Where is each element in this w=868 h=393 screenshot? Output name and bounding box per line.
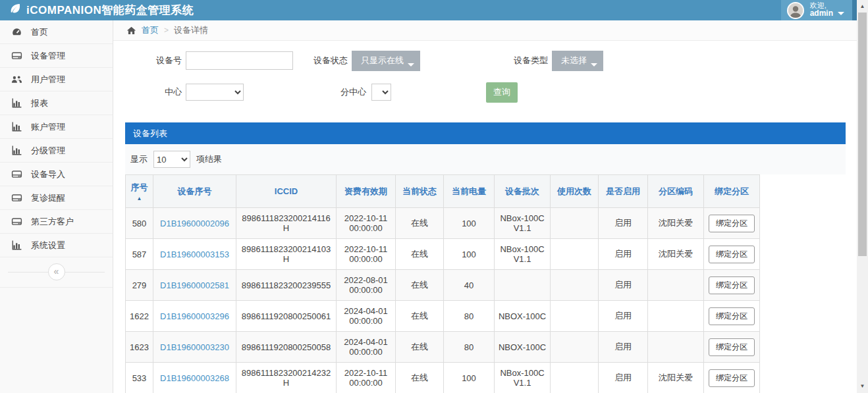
breadcrumb-home-link[interactable]: 首页 <box>142 24 159 36</box>
cell-batch: NBOX-100C <box>495 332 551 363</box>
sidebar-item-user-management[interactable]: 用户管理 <box>0 68 113 92</box>
cell-batch: NBox-100C V1.1 <box>495 363 551 393</box>
vertical-scrollbar[interactable]: ▲ ▼ <box>857 0 868 393</box>
cell-seq: 580 <box>126 208 153 239</box>
bar-chart-icon <box>11 240 22 251</box>
cell-seq: 1623 <box>126 332 153 363</box>
app-title: iCOMPANION智能药盒管理系统 <box>26 3 194 18</box>
cell-battery: 100 <box>444 208 495 239</box>
cell-iccid: 8986111823200214116H <box>236 208 337 239</box>
cell-partition <box>648 332 704 363</box>
cell-batch: NBOX-100C <box>495 301 551 332</box>
cell-valid: 2022-10-11 00:00:00 <box>337 239 396 270</box>
table-row: 1622 D1B19600003296 8986111920800250061 … <box>126 301 760 332</box>
cell-enabled: 启用 <box>599 239 648 270</box>
column-partition[interactable]: 分区编码 <box>648 175 704 208</box>
sidebar-item-device-import[interactable]: 设备导入 <box>0 163 113 186</box>
hdd-icon <box>11 217 22 227</box>
cell-batch <box>495 270 551 301</box>
cell-usage <box>551 363 599 393</box>
subcenter-label: 分中心 <box>340 86 366 98</box>
cell-partition: 沈阳关爱 <box>648 239 704 270</box>
center-select[interactable] <box>186 84 244 101</box>
cell-status: 在线 <box>396 270 444 301</box>
sidebar-item-home[interactable]: 首页 <box>0 20 113 44</box>
cell-seq: 587 <box>126 239 153 270</box>
sidebar-item-third-party-customer[interactable]: 第三方客户 <box>0 210 113 234</box>
bind-partition-button[interactable]: 绑定分区 <box>709 246 755 263</box>
sidebar-item-device-management[interactable]: 设备管理 <box>0 44 113 68</box>
column-iccid[interactable]: ICCID <box>236 175 337 208</box>
device-serial-link[interactable]: D1B19600003230 <box>160 342 229 352</box>
bind-partition-button[interactable]: 绑定分区 <box>709 276 755 294</box>
cell-valid: 2022-08-01 00:00:00 <box>337 270 396 301</box>
device-type-dropdown[interactable]: 未选择 <box>552 51 603 71</box>
cell-battery: 80 <box>444 332 495 363</box>
bind-partition-button[interactable]: 绑定分区 <box>709 369 755 387</box>
device-no-input[interactable] <box>186 51 293 70</box>
column-bind[interactable]: 绑定分区 <box>704 175 760 208</box>
device-list-panel: 设备列表 显示 10 项结果 序号▲ 设备序号 ICC <box>125 122 846 393</box>
column-valid[interactable]: 资费有效期 <box>337 175 396 208</box>
dashboard-icon <box>11 27 22 38</box>
device-serial-link[interactable]: D1B19600003268 <box>160 373 229 383</box>
scroll-up-icon[interactable]: ▲ <box>857 4 868 9</box>
sidebar-item-level-management[interactable]: 分级管理 <box>0 139 113 163</box>
cell-status: 在线 <box>396 363 444 393</box>
bar-chart-icon <box>11 122 22 132</box>
sort-asc-icon[interactable]: ▲ <box>127 196 151 201</box>
cell-valid: 2024-04-01 00:00:00 <box>337 332 396 363</box>
sidebar-item-reports[interactable]: 报表 <box>0 92 113 115</box>
show-label: 显示 <box>130 153 148 165</box>
search-button[interactable]: 查询 <box>486 82 518 103</box>
sidebar-item-followup-reminder[interactable]: 复诊提醒 <box>0 186 113 210</box>
cell-enabled: 启用 <box>599 363 648 393</box>
sidebar-item-system-settings[interactable]: 系统设置 <box>0 234 113 257</box>
column-batch[interactable]: 设备批次 <box>495 175 551 208</box>
sidebar-item-label: 复诊提醒 <box>31 192 65 204</box>
breadcrumb-separator: > <box>164 26 169 35</box>
column-battery[interactable]: 当前电量 <box>444 175 495 208</box>
cell-valid: 2022-10-11 00:00:00 <box>337 208 396 239</box>
sidebar-item-label: 用户管理 <box>31 74 65 86</box>
page-size-select[interactable]: 10 <box>153 151 190 168</box>
sidebar-item-label: 报表 <box>31 97 48 109</box>
sidebar-item-label: 设备管理 <box>31 50 65 62</box>
cell-batch: NBox-100C V1.1 <box>495 208 551 239</box>
device-serial-link[interactable]: D1B19600003296 <box>160 311 229 321</box>
sidebar: 首页 设备管理 用户管理 报表 账户管理 分级管理 设备导入 复诊提醒 <box>0 20 113 393</box>
cell-partition: 沈阳关爱 <box>648 363 704 393</box>
device-serial-link[interactable]: D1B19600002581 <box>160 280 229 290</box>
device-serial-link[interactable]: D1B19600003153 <box>160 249 229 259</box>
scrollbar-thumb[interactable] <box>858 13 867 256</box>
leaf-icon <box>9 3 21 18</box>
column-serial[interactable]: 设备序号 <box>153 175 236 208</box>
filter-form: 设备号 设备状态 只显示在线 设备类型 未选择 中心 分中心 查询 <box>113 41 857 103</box>
column-enabled[interactable]: 是否启用 <box>599 175 648 208</box>
column-seq[interactable]: 序号▲ <box>126 175 153 208</box>
sidebar-item-account-management[interactable]: 账户管理 <box>0 115 113 139</box>
cell-usage <box>551 208 599 239</box>
bind-partition-button[interactable]: 绑定分区 <box>709 307 755 325</box>
column-status[interactable]: 当前状态 <box>396 175 444 208</box>
sidebar-item-label: 系统设置 <box>31 240 65 251</box>
hdd-icon <box>11 193 22 203</box>
cell-battery: 100 <box>444 239 495 270</box>
results-label: 项结果 <box>196 153 222 165</box>
bind-partition-button[interactable]: 绑定分区 <box>709 215 755 232</box>
bind-partition-button[interactable]: 绑定分区 <box>709 338 755 356</box>
user-menu[interactable]: 欢迎, admin <box>781 0 852 20</box>
cell-seq: 1622 <box>126 301 153 332</box>
column-usage[interactable]: 使用次数 <box>551 175 599 208</box>
scroll-down-icon[interactable]: ▼ <box>857 384 868 389</box>
cell-battery: 40 <box>444 270 495 301</box>
device-serial-link[interactable]: D1B19600002096 <box>160 219 229 228</box>
cell-iccid: 8986111920800250058 <box>236 332 337 363</box>
cell-iccid: 8986111920800250061 <box>236 301 337 332</box>
subcenter-select[interactable] <box>371 84 391 101</box>
cell-status: 在线 <box>396 239 444 270</box>
cell-partition <box>648 301 704 332</box>
device-status-dropdown[interactable]: 只显示在线 <box>352 51 420 71</box>
sidebar-collapse-button[interactable]: « <box>48 263 65 280</box>
cell-enabled: 启用 <box>599 332 648 363</box>
